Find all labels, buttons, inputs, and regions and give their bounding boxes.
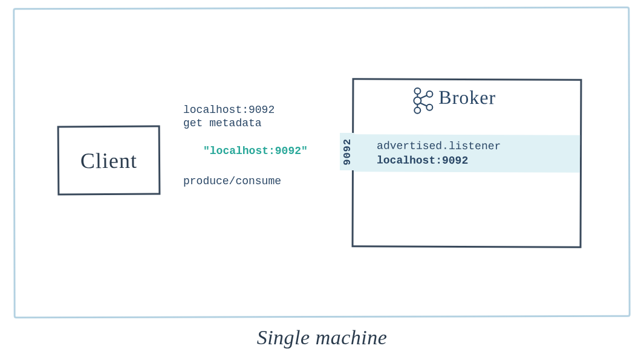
svg-point-3 bbox=[426, 91, 432, 97]
broker-port: 9092 bbox=[342, 138, 353, 165]
client-label: Client bbox=[80, 147, 137, 173]
broker-port-tab: 9092 bbox=[340, 133, 354, 170]
arrow-label-metadata-host: localhost:9092 bbox=[183, 104, 275, 116]
svg-point-0 bbox=[414, 88, 420, 94]
diagram-caption: Single machine bbox=[0, 326, 644, 349]
client-box: Client bbox=[57, 125, 161, 195]
arrows-svg bbox=[160, 126, 342, 192]
advertised-listener-band: advertised.listener localhost:9092 bbox=[354, 134, 580, 172]
svg-line-7 bbox=[420, 95, 427, 98]
svg-line-8 bbox=[420, 103, 427, 106]
broker-box: Broker advertised.listener localhost:909… bbox=[352, 78, 582, 248]
svg-point-2 bbox=[414, 108, 420, 114]
diagram-stage: Single machine Client Broker advertised.… bbox=[0, 0, 644, 363]
listener-key: advertised.listener bbox=[377, 138, 580, 153]
svg-point-1 bbox=[414, 97, 421, 104]
listener-value: localhost:9092 bbox=[377, 153, 580, 168]
broker-label: Broker bbox=[438, 86, 496, 109]
svg-point-4 bbox=[426, 104, 432, 111]
kafka-icon bbox=[405, 85, 437, 117]
